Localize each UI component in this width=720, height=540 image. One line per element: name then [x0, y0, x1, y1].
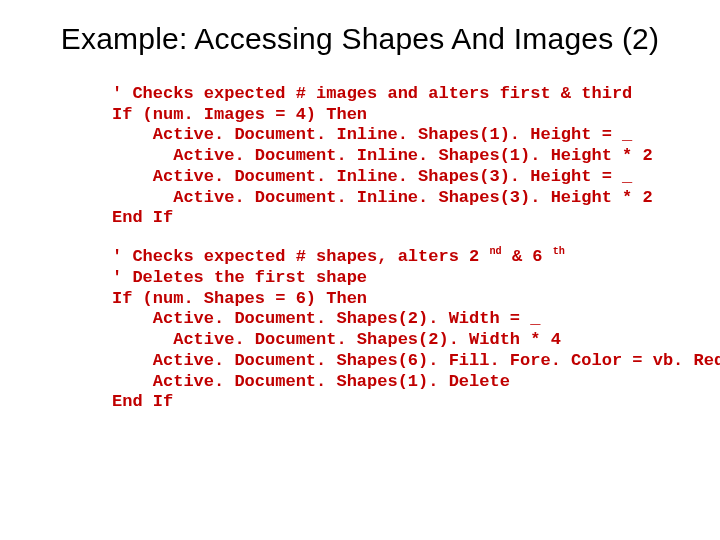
code-line: Active. Document. Inline. Shapes(3). Hei… — [112, 188, 653, 207]
code-line: End If — [112, 208, 173, 227]
code-block-2: ' Checks expected # shapes, alters 2 nd … — [112, 247, 720, 413]
code-line: Active. Document. Shapes(6). Fill. Fore.… — [112, 351, 720, 370]
code-line: If (num. Shapes = 6) Then — [112, 289, 367, 308]
block-gap — [0, 229, 720, 247]
slide-title: Example: Accessing Shapes And Images (2) — [0, 22, 720, 56]
code-line: ' Checks expected # shapes, alters 2 nd … — [112, 247, 565, 266]
code-line: Active. Document. Inline. Shapes(1). Hei… — [112, 146, 653, 165]
code-line: Active. Document. Inline. Shapes(1). Hei… — [112, 125, 632, 144]
code-line: Active. Document. Shapes(1). Delete — [112, 372, 510, 391]
text: ' Checks expected # shapes, alters 2 — [112, 247, 489, 266]
code-block-1: ' Checks expected # images and alters fi… — [112, 84, 720, 229]
code-line: End If — [112, 392, 173, 411]
ordinal-sup: th — [553, 246, 565, 257]
code-line: ' Checks expected # images and alters fi… — [112, 84, 632, 103]
slide: Example: Accessing Shapes And Images (2)… — [0, 0, 720, 540]
ordinal-sup: nd — [489, 246, 501, 257]
text: & 6 — [502, 247, 553, 266]
code-line: Active. Document. Inline. Shapes(3). Hei… — [112, 167, 632, 186]
code-line: Active. Document. Shapes(2). Width = _ — [112, 309, 540, 328]
code-line: Active. Document. Shapes(2). Width * 4 — [112, 330, 561, 349]
code-line: If (num. Images = 4) Then — [112, 105, 367, 124]
code-line: ' Deletes the first shape — [112, 268, 367, 287]
